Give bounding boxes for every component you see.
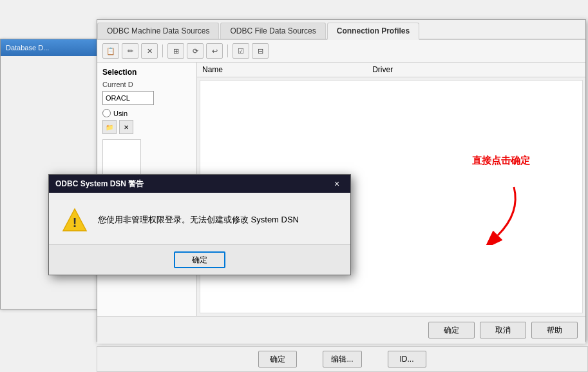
warning-icon: !	[62, 207, 88, 233]
modal-overlay: ODBC System DSN 警告 × ! 您使用非管理权限登录。无法创建或修…	[0, 0, 588, 372]
modal-title-bar: ODBC System DSN 警告 ×	[49, 175, 350, 193]
modal-title-text: ODBC System DSN 警告	[55, 179, 330, 190]
modal-footer: 确定	[49, 244, 350, 275]
modal-body: ! 您使用非管理权限登录。无法创建或修改 System DSN	[49, 193, 350, 244]
modal-message: 您使用非管理权限登录。无法创建或修改 System DSN	[98, 213, 299, 226]
svg-text:!: !	[73, 215, 77, 230]
modal-close-button[interactable]: ×	[330, 177, 344, 191]
modal-ok-button[interactable]: 确定	[174, 251, 225, 268]
modal-dialog: ODBC System DSN 警告 × ! 您使用非管理权限登录。无法创建或修…	[48, 174, 351, 275]
